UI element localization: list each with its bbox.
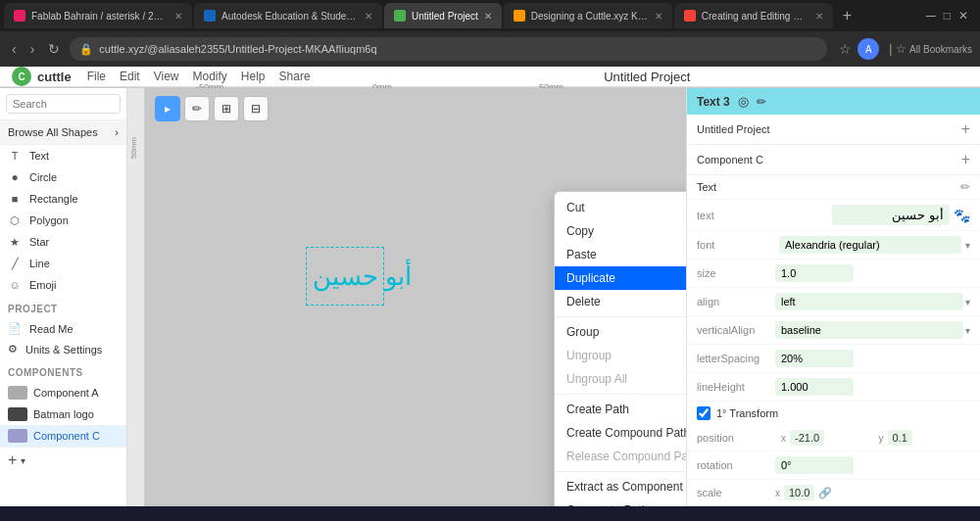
- ctx-convert-paths[interactable]: Convert to Paths: [555, 498, 686, 506]
- component-item-a[interactable]: Component A: [0, 382, 126, 403]
- back-button[interactable]: ‹: [8, 37, 21, 61]
- shape-item-star[interactable]: ★ Star: [0, 231, 126, 253]
- text-edit-pencil-icon[interactable]: ✏: [960, 180, 970, 194]
- tab-close-icon[interactable]: ✕: [174, 11, 182, 22]
- select-tool-button[interactable]: ▸: [155, 96, 180, 121]
- grid-tool-button[interactable]: ⊞: [214, 96, 239, 121]
- shape-item-line[interactable]: ╱ Line: [0, 253, 126, 274]
- browse-all-shapes-button[interactable]: Browse All Shapes ›: [0, 120, 126, 145]
- reload-button[interactable]: ↻: [44, 37, 64, 61]
- tab-close-icon[interactable]: ✕: [815, 11, 823, 22]
- tab-fablab[interactable]: Fablab Bahrain / asterisk / 202... ✕: [4, 3, 192, 28]
- scale-x-label: x: [775, 488, 780, 498]
- component-c-icon: [8, 429, 27, 443]
- new-tab-button[interactable]: +: [835, 7, 859, 24]
- pos-y-value[interactable]: 0.1: [888, 430, 912, 446]
- scale-inputs: x 10.0 🔗: [775, 485, 832, 500]
- component-item-c[interactable]: Component C: [0, 425, 126, 447]
- scale-x-value[interactable]: 10.0: [784, 485, 814, 500]
- rectangle-icon: ■: [8, 192, 22, 206]
- panel-add-button[interactable]: +: [961, 120, 970, 138]
- app-title: Untitled Project: [604, 70, 690, 84]
- minimize-button[interactable]: ─: [926, 8, 936, 24]
- vertical-align-select[interactable]: baseline: [775, 321, 963, 339]
- ctx-copy[interactable]: Copy Ctrl+C: [555, 219, 686, 243]
- font-label: font: [697, 239, 775, 251]
- align-select[interactable]: left: [775, 293, 963, 310]
- ctx-ungroup-all: Ungroup All: [555, 367, 686, 391]
- size-input[interactable]: [775, 264, 854, 282]
- tab-designing[interactable]: Designing a Cuttle.xyz Keycha... ✕: [504, 3, 672, 28]
- project-section-label: PROJECT: [0, 296, 126, 318]
- text-field-input[interactable]: [832, 205, 950, 225]
- chevron-down-icon[interactable]: ▾: [21, 455, 25, 466]
- shape-item-circle[interactable]: ● Circle: [0, 166, 126, 188]
- pos-x-label: x: [781, 433, 786, 444]
- ctx-create-compound-path[interactable]: Create Compound Path: [555, 421, 686, 445]
- text-icon: T: [8, 149, 22, 163]
- ctx-create-path[interactable]: Create Path: [555, 398, 686, 421]
- tab-close-icon[interactable]: ✕: [365, 11, 372, 22]
- shape-item-rectangle[interactable]: ■ Rectangle: [0, 188, 126, 210]
- align-label: align: [697, 296, 775, 308]
- menu-file[interactable]: File: [87, 70, 106, 83]
- browser-controls: ‹ › ↻ 🔒 cuttle.xyz/@aliasaleh2355/Untitl…: [0, 31, 980, 67]
- ctx-group[interactable]: Group Ctrl+G: [555, 320, 686, 344]
- ctx-duplicate[interactable]: Duplicate Ctrl+D: [555, 266, 686, 290]
- shape-item-polygon[interactable]: ⬡ Polygon: [0, 210, 126, 231]
- component-item-batman[interactable]: Batman logo: [0, 403, 126, 425]
- star-icon[interactable]: ☆: [839, 41, 852, 57]
- shape-item-text[interactable]: T Text: [0, 145, 126, 166]
- panel-header-title: Text 3: [697, 95, 730, 109]
- menu-share[interactable]: Share: [279, 70, 311, 83]
- shape-item-emoji[interactable]: ☺ Emoji: [0, 274, 126, 296]
- text-section-label: Text: [697, 181, 716, 193]
- profile-icon[interactable]: A: [858, 38, 879, 60]
- ctx-delete[interactable]: Delete ⌫: [555, 290, 686, 313]
- text-emoji-icon[interactable]: 🐾: [954, 208, 970, 223]
- pen-tool-button[interactable]: ✏: [184, 96, 210, 121]
- position-label: position: [697, 432, 775, 444]
- vertical-align-dropdown-arrow-icon: ▾: [965, 325, 970, 336]
- project-name-label: Untitled Project: [697, 123, 770, 135]
- tab-autodesk[interactable]: Autodesk Education & Student... ✕: [194, 3, 382, 28]
- panel-header-icon1[interactable]: ◎: [738, 94, 749, 109]
- menu-modify[interactable]: Modify: [193, 70, 227, 83]
- tab-close-icon[interactable]: ✕: [484, 11, 492, 22]
- sidebar-item-readme[interactable]: 📄 Read Me: [0, 318, 126, 339]
- add-component-button[interactable]: +: [8, 451, 17, 469]
- url-bar[interactable]: 🔒 cuttle.xyz/@aliasaleh2355/Untitled-Pro…: [70, 37, 827, 61]
- menu-view[interactable]: View: [154, 70, 179, 83]
- panel-edit-icon[interactable]: ✏: [757, 95, 766, 109]
- tab-cuttle[interactable]: Untitled Project ✕: [384, 3, 502, 28]
- panel-component-row: Component C +: [687, 145, 980, 175]
- forward-button[interactable]: ›: [26, 37, 39, 61]
- maximize-button[interactable]: □: [944, 9, 951, 23]
- size-label: size: [697, 267, 775, 279]
- ctx-cut[interactable]: Cut Ctrl+X: [555, 196, 686, 219]
- app-menu: File Edit View Modify Help Share: [87, 70, 311, 83]
- line-height-input[interactable]: [775, 378, 854, 396]
- tab-creating[interactable]: Creating and Editing Paths in C... ✕: [674, 3, 833, 28]
- close-window-button[interactable]: ✕: [958, 9, 968, 23]
- ctx-paste[interactable]: Paste Ctrl+V: [555, 243, 686, 266]
- tab-close-icon[interactable]: ✕: [655, 11, 662, 22]
- rotation-input[interactable]: [775, 456, 854, 474]
- transform-checkbox[interactable]: [697, 406, 710, 420]
- layers-tool-button[interactable]: ⊟: [243, 96, 269, 121]
- bookmarks-button[interactable]: | ☆ All Bookmarks: [889, 42, 972, 56]
- vertical-align-label: verticalAlign: [697, 324, 775, 336]
- search-input[interactable]: [6, 94, 121, 114]
- emoji-icon: ☺: [8, 278, 22, 292]
- panel-component-add-button[interactable]: +: [961, 151, 970, 168]
- menu-edit[interactable]: Edit: [120, 70, 140, 83]
- font-select[interactable]: Alexandria (regular): [779, 236, 961, 254]
- letter-spacing-input[interactable]: [775, 350, 854, 367]
- ruler-vertical: 50mm: [127, 88, 145, 506]
- panel-rotation-row: rotation: [687, 451, 980, 480]
- scale-lock-icon[interactable]: 🔗: [818, 487, 832, 499]
- ctx-extract-component[interactable]: Extract as Component: [555, 475, 686, 498]
- pos-x-value[interactable]: -21.0: [790, 430, 824, 446]
- menu-help[interactable]: Help: [241, 70, 266, 83]
- sidebar-item-settings[interactable]: ⚙ Units & Settings: [0, 339, 126, 359]
